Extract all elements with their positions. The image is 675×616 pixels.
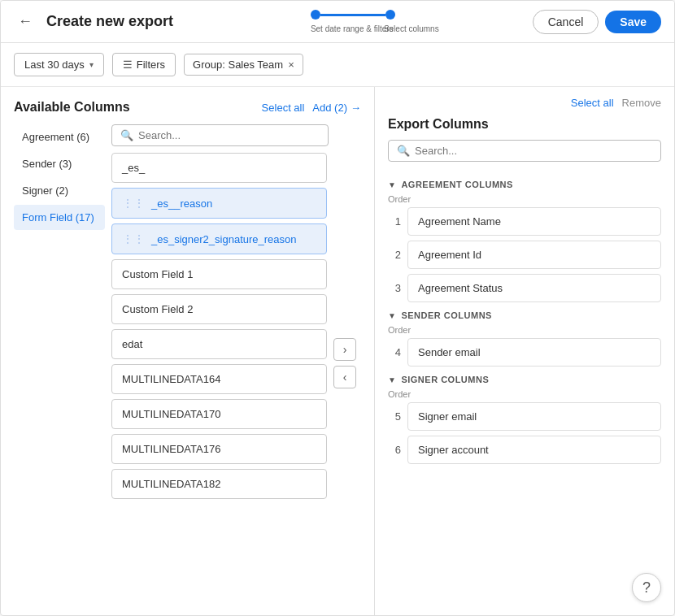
date-range-label: Last 30 days: [24, 59, 85, 71]
column-item-multi164[interactable]: MULTILINEDATA164: [111, 364, 327, 394]
export-row-3: 3 Agreement Status: [388, 274, 661, 302]
export-columns-title: Export Columns: [388, 117, 661, 132]
order-num-3: 3: [388, 282, 401, 294]
column-item-edat[interactable]: edat: [111, 329, 327, 359]
category-item-agreement[interactable]: Agreement (6): [14, 124, 105, 150]
drag-handle-icon: ⋮⋮: [122, 232, 145, 245]
sender-columns-section-header: ▼ SENDER COLUMNS: [388, 310, 661, 320]
column-item-es-reason[interactable]: ⋮⋮ _es__reason: [111, 188, 327, 219]
column-item-multi176[interactable]: MULTILINEDATA176: [111, 434, 327, 464]
main-content: Available Columns Select all Add (2) → A…: [1, 87, 674, 615]
export-search-input[interactable]: [415, 145, 652, 157]
right-panel-wrapper: Select all Remove Export Columns 🔍 ▼ AGR…: [375, 87, 674, 615]
header: ← Create new export Set date range & fil…: [1, 1, 674, 43]
right-panel: Select all Remove Export Columns 🔍 ▼ AGR…: [375, 87, 674, 615]
export-row-2: 2 Agreement Id: [388, 241, 661, 269]
filter-tag: Group: Sales Team ×: [184, 54, 303, 76]
export-col-agreement-id[interactable]: Agreement Id: [407, 241, 661, 269]
filter-tag-label: Group: Sales Team: [193, 59, 283, 71]
export-row-1: 1 Agreement Name: [388, 207, 661, 236]
order-num-1: 1: [388, 215, 401, 228]
header-actions: Cancel Save: [533, 10, 661, 34]
save-button[interactable]: Save: [605, 11, 661, 33]
agreement-chevron-icon[interactable]: ▼: [388, 180, 396, 189]
left-panel-body: Agreement (6) Sender (3) Signer (2) Form…: [14, 124, 361, 602]
add-to-export-button[interactable]: ›: [333, 338, 356, 361]
category-item-signer[interactable]: Signer (2): [14, 178, 105, 203]
remove-from-export-button[interactable]: ‹: [333, 366, 356, 388]
stepper-label-1: Set date range & filters: [311, 24, 384, 33]
order-num-5: 5: [388, 410, 401, 423]
export-remove-button[interactable]: Remove: [622, 97, 661, 109]
stepper-label-2: Select columns: [384, 24, 439, 33]
export-col-agreement-name[interactable]: Agreement Name: [407, 207, 661, 236]
signer-columns-section-header: ▼ SIGNER COLUMNS: [388, 375, 661, 384]
filter-label: Filters: [137, 59, 165, 71]
agreement-order-label: Order: [388, 194, 661, 204]
help-button[interactable]: ?: [632, 573, 661, 602]
order-num-2: 2: [388, 249, 401, 261]
column-search-box: 🔍: [111, 124, 329, 146]
add-button[interactable]: Add (2) →: [312, 102, 361, 114]
column-item-es[interactable]: _es_: [111, 153, 327, 183]
signer-order-label: Order: [388, 389, 661, 399]
toolbar: Last 30 days ▾ ☰ Filters Group: Sales Te…: [1, 43, 674, 87]
column-item-multi182[interactable]: MULTILINEDATA182: [111, 469, 327, 499]
columns-scroll[interactable]: _es_ ⋮⋮ _es__reason ⋮⋮ _es_signer2_signa…: [111, 153, 329, 602]
export-col-agreement-status[interactable]: Agreement Status: [407, 274, 661, 302]
export-row-6: 6 Signer account: [388, 436, 661, 464]
filter-tag-remove-button[interactable]: ×: [288, 59, 294, 71]
filter-button[interactable]: ☰ Filters: [112, 53, 176, 76]
export-select-all-button[interactable]: Select all: [571, 97, 614, 109]
stepper: Set date range & filters Select columns: [206, 10, 500, 33]
export-col-signer-email[interactable]: Signer email: [407, 402, 661, 431]
category-item-sender[interactable]: Sender (3): [14, 151, 105, 176]
available-columns-title: Available Columns: [14, 100, 130, 115]
order-num-4: 4: [388, 346, 401, 358]
left-panel-header: Available Columns Select all Add (2) →: [14, 100, 361, 115]
category-list: Agreement (6) Sender (3) Signer (2) Form…: [14, 124, 111, 602]
add-label: Add (2): [312, 102, 347, 114]
column-item-custom1[interactable]: Custom Field 1: [111, 259, 327, 289]
export-search-box: 🔍: [388, 140, 661, 162]
sender-order-label: Order: [388, 325, 661, 335]
page-title: Create new export: [46, 13, 173, 30]
date-range-dropdown[interactable]: Last 30 days ▾: [14, 53, 104, 76]
column-item-custom2[interactable]: Custom Field 2: [111, 294, 327, 324]
column-item-es-signer2[interactable]: ⋮⋮ _es_signer2_signature_reason: [111, 223, 327, 254]
add-arrow-icon: →: [351, 102, 361, 114]
export-row-5: 5 Signer email: [388, 402, 661, 431]
left-panel: Available Columns Select all Add (2) → A…: [1, 87, 375, 615]
search-icon: 🔍: [120, 129, 133, 141]
left-panel-actions: Select all Add (2) →: [262, 102, 361, 114]
stepper-line: [320, 14, 385, 16]
drag-handle-icon: ⋮⋮: [122, 197, 145, 210]
filter-icon: ☰: [123, 59, 133, 71]
cancel-button[interactable]: Cancel: [533, 10, 599, 34]
right-panel-header: Select all Remove: [388, 97, 661, 109]
export-col-signer-account[interactable]: Signer account: [407, 436, 661, 464]
signer-chevron-icon[interactable]: ▼: [388, 375, 396, 384]
select-all-button[interactable]: Select all: [262, 102, 305, 114]
export-columns-scroll[interactable]: ▼ AGREEMENT COLUMNS Order 1 Agreement Na…: [388, 171, 661, 605]
export-col-sender-email[interactable]: Sender email: [407, 338, 661, 367]
stepper-dot-2: [385, 10, 395, 20]
sender-chevron-icon[interactable]: ▼: [388, 311, 396, 320]
transfer-buttons: › ‹: [329, 124, 361, 602]
chevron-down-icon: ▾: [89, 60, 94, 69]
stepper-dot-1: [311, 10, 320, 20]
column-item-multi170[interactable]: MULTILINEDATA170: [111, 399, 327, 429]
back-button[interactable]: ←: [14, 11, 37, 33]
column-list-area: 🔍 _es_ ⋮⋮ _es__reason: [111, 124, 329, 602]
category-item-formfield[interactable]: Form Field (17): [14, 205, 105, 230]
column-search-input[interactable]: [138, 129, 320, 141]
order-num-6: 6: [388, 444, 401, 456]
agreement-columns-section-header: ▼ AGREEMENT COLUMNS: [388, 180, 661, 189]
export-row-4: 4 Sender email: [388, 338, 661, 367]
export-search-icon: 🔍: [397, 145, 410, 157]
